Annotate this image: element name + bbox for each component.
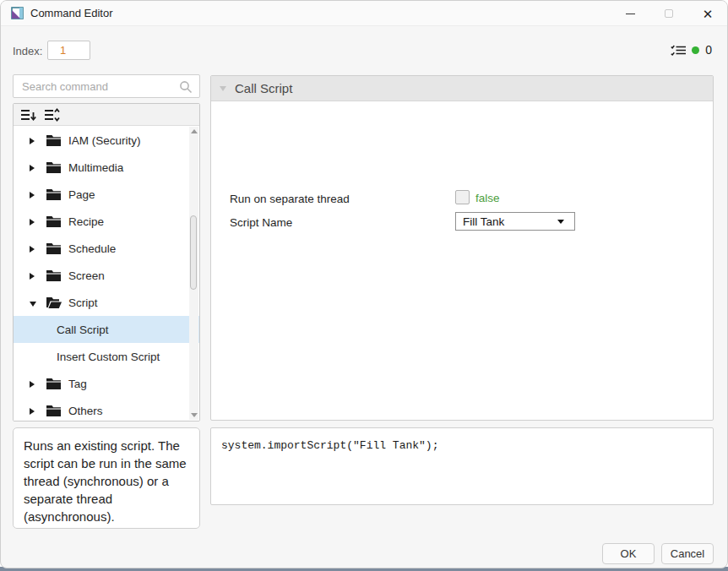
expand-arrow-icon[interactable] bbox=[30, 188, 38, 201]
scroll-up-icon[interactable] bbox=[191, 129, 198, 133]
index-input[interactable] bbox=[47, 41, 90, 60]
tree-item-others[interactable]: Others bbox=[14, 397, 199, 421]
cancel-button[interactable]: Cancel bbox=[661, 543, 714, 564]
command-list-icon[interactable] bbox=[671, 43, 686, 57]
expand-all-icon[interactable] bbox=[45, 108, 60, 122]
tree-body: IAM (Security) Multimedia Page bbox=[14, 127, 199, 421]
tree-toolbar bbox=[14, 104, 199, 126]
folder-icon bbox=[46, 188, 61, 200]
generated-code: system.importScript("Fill Tank"); bbox=[221, 439, 438, 452]
status-dot-icon bbox=[692, 46, 699, 54]
properties-panel: Call Script Run on separate thread false… bbox=[210, 75, 714, 421]
code-preview-box[interactable]: system.importScript("Fill Tank"); bbox=[210, 427, 714, 505]
checkbox-value: false bbox=[475, 192, 500, 204]
folder-icon bbox=[46, 378, 61, 389]
close-button[interactable]: ✕ bbox=[688, 1, 727, 26]
run-on-separate-thread-checkbox[interactable] bbox=[455, 190, 470, 204]
tree-item-recipe[interactable]: Recipe bbox=[14, 208, 199, 235]
window-title: Command Editor bbox=[30, 7, 113, 19]
minimize-icon bbox=[626, 14, 635, 14]
chevron-down-icon bbox=[557, 220, 564, 224]
command-editor-window: Command Editor ✕ Index: bbox=[0, 0, 728, 568]
expand-arrow-icon[interactable] bbox=[30, 405, 38, 417]
error-count: 0 bbox=[705, 43, 712, 57]
expand-arrow-icon[interactable] bbox=[30, 378, 38, 390]
index-label: Index: bbox=[13, 45, 42, 57]
screen: Command Editor ✕ Index: bbox=[0, 0, 728, 571]
dropdown-selected-value: Fill Tank bbox=[463, 215, 557, 228]
command-description: Runs an existing script. The script can … bbox=[13, 427, 200, 529]
expand-arrow-icon[interactable] bbox=[30, 161, 38, 174]
collapse-section-icon[interactable] bbox=[220, 86, 226, 91]
tree-item-insert-custom-script[interactable]: Insert Custom Script bbox=[14, 343, 199, 370]
tree-item-screen[interactable]: Screen bbox=[14, 262, 199, 289]
tree-item-call-script[interactable]: Call Script bbox=[14, 316, 199, 343]
folder-icon bbox=[46, 134, 61, 146]
maximize-icon bbox=[665, 9, 673, 18]
collapse-all-icon[interactable] bbox=[21, 108, 36, 122]
maximize-button[interactable] bbox=[649, 1, 688, 26]
run-on-separate-thread-label: Run on separate thread bbox=[230, 193, 350, 205]
properties-title: Call Script bbox=[235, 81, 292, 95]
tree-item-multimedia[interactable]: Multimedia bbox=[14, 154, 199, 181]
app-logo-icon bbox=[11, 7, 24, 19]
tree-item-schedule[interactable]: Schedule bbox=[14, 235, 199, 262]
expand-arrow-icon[interactable] bbox=[30, 269, 38, 282]
folder-icon bbox=[46, 215, 61, 227]
expand-arrow-icon[interactable] bbox=[30, 242, 38, 255]
folder-icon bbox=[46, 161, 61, 173]
folder-icon bbox=[46, 269, 61, 281]
search-icon bbox=[179, 80, 193, 94]
scrollbar-thumb[interactable] bbox=[190, 215, 197, 290]
expand-arrow-icon[interactable] bbox=[30, 134, 38, 147]
minimize-button[interactable] bbox=[611, 1, 649, 26]
command-tree-panel: IAM (Security) Multimedia Page bbox=[13, 103, 200, 421]
scroll-down-icon[interactable] bbox=[191, 413, 198, 417]
tree-item-tag[interactable]: Tag bbox=[14, 370, 199, 397]
folder-icon bbox=[46, 405, 61, 416]
expand-arrow-icon[interactable] bbox=[30, 215, 38, 228]
folder-icon bbox=[46, 242, 61, 254]
tree-item-script[interactable]: Script bbox=[14, 289, 199, 316]
close-icon: ✕ bbox=[703, 8, 714, 20]
status-area: 0 bbox=[671, 43, 712, 57]
open-folder-icon bbox=[46, 296, 61, 308]
tree-scrollbar[interactable] bbox=[189, 127, 198, 420]
properties-header[interactable]: Call Script bbox=[211, 76, 713, 101]
tree-item-page[interactable]: Page bbox=[14, 181, 199, 208]
titlebar[interactable]: Command Editor ✕ bbox=[1, 1, 727, 26]
collapse-arrow-icon[interactable] bbox=[30, 296, 38, 309]
search-input[interactable] bbox=[14, 75, 199, 97]
tree-item-iam-security[interactable]: IAM (Security) bbox=[14, 127, 199, 154]
search-box bbox=[13, 74, 200, 98]
script-name-dropdown[interactable]: Fill Tank bbox=[455, 212, 575, 231]
ok-button[interactable]: OK bbox=[602, 543, 655, 564]
script-name-label: Script Name bbox=[230, 216, 292, 229]
